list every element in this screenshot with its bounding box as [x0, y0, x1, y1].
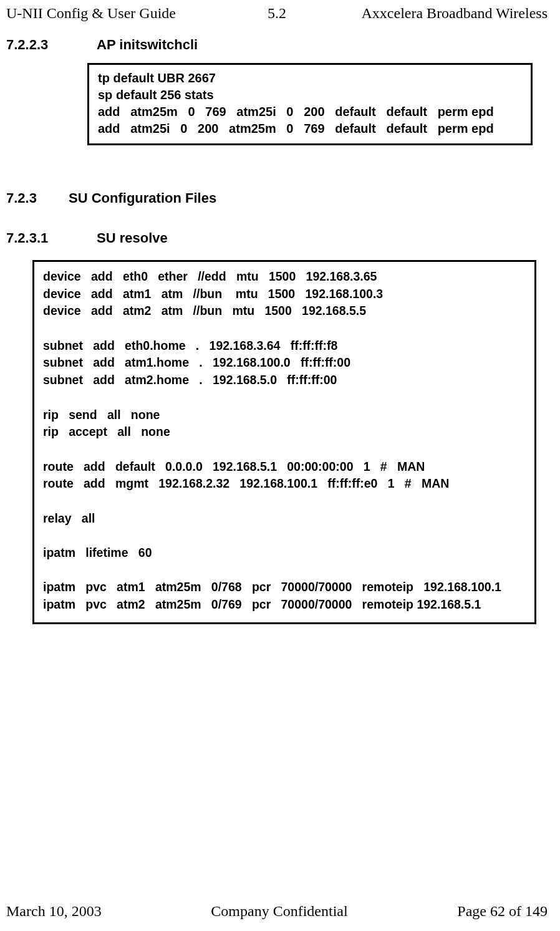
section-title: SU Configuration Files [69, 190, 216, 206]
spacer [6, 216, 548, 230]
code-block-su-resolve: device add eth0 ether //edd mtu 1500 192… [32, 260, 536, 624]
section-number: 7.2.3 [6, 190, 69, 206]
footer-confidential: Company Confidential [211, 903, 347, 920]
header-right: Axxcelera Broadband Wireless [311, 5, 548, 22]
header-left: U-NII Config & User Guide [6, 5, 243, 22]
footer-date: March 10, 2003 [6, 903, 102, 920]
section-heading-7-2-2-3: 7.2.2.3 AP initswitchcli [6, 37, 548, 53]
section-heading-7-2-3: 7.2.3 SU Configuration Files [6, 190, 548, 206]
header-center: 5.2 [243, 5, 311, 22]
section-title: SU resolve [97, 230, 168, 246]
section-number: 7.2.3.1 [6, 230, 97, 246]
code-block-ap-initswitchcli: tp default UBR 2667 sp default 256 stats… [87, 63, 533, 145]
page-footer: March 10, 2003 Company Confidential Page… [6, 903, 548, 920]
footer-page-number: Page 62 of 149 [457, 903, 548, 920]
section-number: 7.2.2.3 [6, 37, 97, 53]
spacer [6, 145, 548, 190]
page-header: U-NII Config & User Guide 5.2 Axxcelera … [6, 5, 548, 22]
section-heading-7-2-3-1: 7.2.3.1 SU resolve [6, 230, 548, 246]
section-title: AP initswitchcli [97, 37, 198, 53]
page: U-NII Config & User Guide 5.2 Axxcelera … [0, 0, 560, 931]
